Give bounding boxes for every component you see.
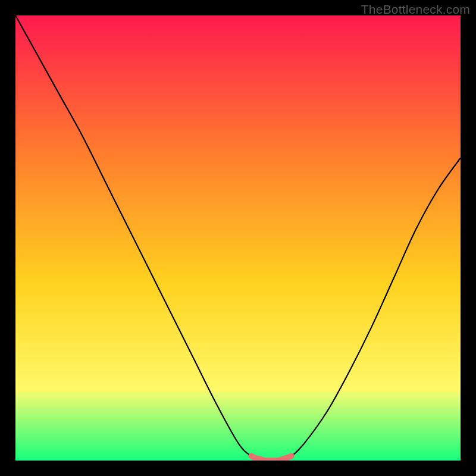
svg-rect-5: [15, 419, 461, 422]
svg-rect-4: [15, 414, 461, 417]
svg-rect-0: [15, 394, 461, 397]
svg-rect-7: [15, 429, 461, 432]
svg-rect-6: [15, 424, 461, 427]
svg-rect-3: [15, 409, 461, 412]
plot-area: [15, 15, 461, 461]
svg-rect-10: [15, 444, 461, 447]
chart-svg: [15, 15, 461, 461]
svg-rect-9: [15, 439, 461, 442]
svg-rect-2: [15, 404, 461, 407]
svg-rect-1: [15, 399, 461, 402]
plot-frame: [15, 15, 461, 461]
svg-rect-13: [15, 459, 461, 461]
svg-rect-11: [15, 449, 461, 452]
svg-rect-12: [15, 455, 461, 458]
watermark-text: TheBottleneck.com: [361, 2, 470, 17]
svg-rect-8: [15, 434, 461, 437]
